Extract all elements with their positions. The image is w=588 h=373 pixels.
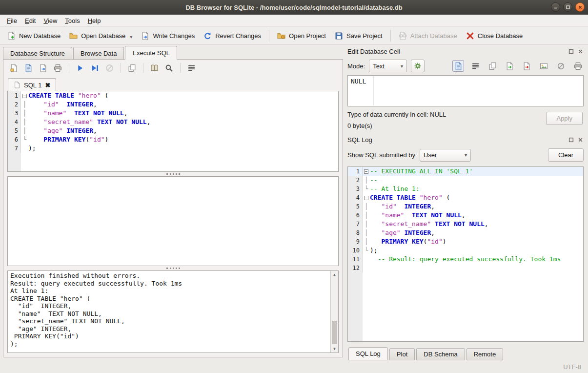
scrollbar-thumb[interactable] xyxy=(332,321,337,344)
float-dock-button[interactable] xyxy=(568,48,574,55)
print-cell-button[interactable] xyxy=(572,60,584,72)
code-line[interactable]: 1−CREATE TABLE "hero" ( xyxy=(8,91,338,100)
code-line[interactable]: 6└ PRIMARY KEY("id") xyxy=(8,135,338,144)
fold-marker: └ xyxy=(21,135,28,144)
fold-marker[interactable]: − xyxy=(363,193,370,202)
open-project-button[interactable]: Open Project xyxy=(273,29,330,42)
scroll-up-icon[interactable]: ▲ xyxy=(331,271,338,278)
button-label: Open Database xyxy=(81,32,125,40)
fold-marker[interactable]: − xyxy=(363,167,370,176)
code-line[interactable]: 4−CREATE TABLE "hero" ( xyxy=(348,193,583,202)
minimize-button[interactable] xyxy=(551,2,560,12)
cell-editor[interactable]: NULL xyxy=(347,75,584,106)
code-line[interactable]: 8│ "age" INTEGER, xyxy=(348,228,583,237)
close-button[interactable] xyxy=(575,2,585,12)
menu-tools[interactable]: Tools xyxy=(61,16,83,26)
code-line[interactable]: 2│ "id" INTEGER, xyxy=(8,100,338,109)
editor-results-splitter[interactable] xyxy=(3,172,343,176)
word-wrap-button[interactable] xyxy=(469,60,481,72)
code-line[interactable]: 3└-- At line 1: xyxy=(348,185,583,193)
sql-log-view[interactable]: 1−-- EXECUTING ALL IN 'SQL 1'2│--3└-- At… xyxy=(347,166,584,342)
maximize-button[interactable] xyxy=(563,2,572,12)
submitted-by-combobox[interactable]: User ▾ xyxy=(420,149,471,162)
print-sql-button[interactable] xyxy=(52,62,64,74)
close-dock-button[interactable] xyxy=(577,136,584,143)
fold-marker: │ xyxy=(363,202,370,211)
menu-view[interactable]: View xyxy=(40,16,61,26)
save-image-button[interactable] xyxy=(538,60,549,72)
open-sql-file-icon xyxy=(10,64,18,72)
menu-edit[interactable]: Edit xyxy=(21,16,40,26)
tab-execute-sql[interactable]: Execute SQL xyxy=(125,46,177,60)
copy-results-button[interactable] xyxy=(126,62,138,74)
copy-icon xyxy=(128,64,136,72)
text-document-icon xyxy=(454,62,463,70)
code-line[interactable]: 11 -- Result: query executed successfull… xyxy=(348,255,583,264)
code-line[interactable]: 6│ "name" TEXT NOT NULL, xyxy=(348,211,583,220)
sql-editor[interactable]: 1−CREATE TABLE "hero" (2│ "id" INTEGER,3… xyxy=(7,91,339,172)
save-project-button[interactable]: Save Project xyxy=(330,29,387,42)
mode-combobox[interactable]: Text ▾ xyxy=(369,60,407,72)
save-sql-as-button[interactable] xyxy=(37,62,49,74)
menu-file[interactable]: File xyxy=(3,16,21,26)
export-cell-button[interactable] xyxy=(521,60,532,72)
code-line[interactable]: 5│ "id" INTEGER, xyxy=(348,202,583,211)
fold-marker[interactable]: − xyxy=(21,91,28,100)
save-sql-file-button[interactable] xyxy=(22,62,35,74)
fold-marker: └ xyxy=(363,185,370,193)
find-button[interactable] xyxy=(163,62,175,74)
code-line[interactable]: 10└); xyxy=(348,246,583,255)
import-cell-button[interactable] xyxy=(504,60,515,72)
tab-sql-log[interactable]: SQL Log xyxy=(348,347,388,360)
close-dock-button[interactable] xyxy=(577,48,584,55)
tab-remote[interactable]: Remote xyxy=(466,348,504,360)
open-sql-file-button[interactable] xyxy=(8,62,20,74)
titlebar[interactable]: DB Browser for SQLite - /home/user/code/… xyxy=(0,0,588,15)
code-line[interactable]: 12 xyxy=(348,264,583,272)
text-mode-button[interactable] xyxy=(452,60,464,72)
execution-messages[interactable]: Execution finished without errors. Resul… xyxy=(7,270,339,353)
close-database-button[interactable]: Close Database xyxy=(462,29,527,42)
tab-browse-data[interactable]: Browse Data xyxy=(73,47,124,59)
float-dock-button[interactable] xyxy=(568,136,574,143)
code-line[interactable]: 1−-- EXECUTING ALL IN 'SQL 1' xyxy=(348,167,583,176)
set-null-button[interactable] xyxy=(555,60,567,72)
dropdown-arrow-icon[interactable]: ▾ xyxy=(130,34,132,40)
menu-help[interactable]: Help xyxy=(84,16,105,26)
code-line[interactable]: 4│ "secret_name" TEXT NOT NULL, xyxy=(8,118,338,126)
code-line[interactable]: 2│-- xyxy=(348,176,583,185)
revert-changes-button[interactable]: Revert Changes xyxy=(199,29,265,42)
execute-all-button[interactable] xyxy=(74,62,86,74)
tab-label: DB Schema xyxy=(424,351,457,358)
clear-log-button[interactable]: Clear xyxy=(548,148,584,162)
tab-database-structure[interactable]: Database Structure xyxy=(3,47,72,59)
encoding-indicator[interactable]: UTF-8 xyxy=(563,363,581,371)
close-tab-icon[interactable]: ✖ xyxy=(45,82,50,89)
new-database-button[interactable]: New Database xyxy=(3,29,65,42)
sql-tab[interactable]: SQL 1 ✖ xyxy=(8,78,56,91)
scroll-down-icon[interactable]: ▼ xyxy=(331,345,338,352)
vertical-scrollbar[interactable]: ▲▼ xyxy=(330,271,338,352)
auto-switch-mode-button[interactable] xyxy=(411,60,425,72)
write-changes-button[interactable]: Write Changes xyxy=(137,29,199,42)
code-text: -- xyxy=(370,176,378,185)
scrollbar-track[interactable] xyxy=(331,278,338,345)
format-sql-button[interactable] xyxy=(185,62,198,74)
code-line[interactable]: 7); xyxy=(8,144,338,153)
tab-plot[interactable]: Plot xyxy=(389,348,415,360)
copy-cell-button[interactable] xyxy=(487,60,498,72)
minimize-icon xyxy=(553,5,558,10)
open-database-button[interactable]: Open Database ▾ xyxy=(65,29,137,42)
browse-table-button[interactable] xyxy=(148,62,161,74)
results-log-splitter[interactable] xyxy=(3,266,343,270)
code-line[interactable]: 7│ "secret_name" TEXT NOT NULL, xyxy=(348,220,583,228)
code-line[interactable]: 5│ "age" INTEGER, xyxy=(8,126,338,135)
tab-db-schema[interactable]: DB Schema xyxy=(416,348,465,360)
new-database-icon xyxy=(7,32,16,40)
open-project-icon xyxy=(277,32,285,40)
execute-current-line-button[interactable] xyxy=(89,62,101,74)
float-icon xyxy=(568,137,574,143)
code-line[interactable]: 3│ "name" TEXT NOT NULL, xyxy=(8,109,338,118)
results-grid[interactable] xyxy=(7,176,339,266)
code-line[interactable]: 9│ PRIMARY KEY("id") xyxy=(348,237,583,246)
